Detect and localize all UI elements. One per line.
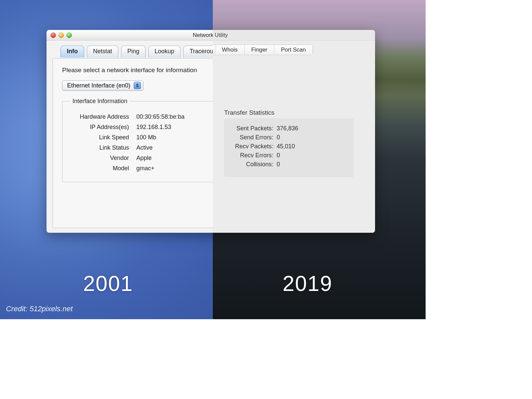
value-sent-packets: 376,836: [277, 125, 298, 132]
value-model: gmac+: [136, 165, 155, 172]
tab-traceroute[interactable]: Traceroute: [213, 45, 215, 55]
tab-whois[interactable]: Whois: [215, 45, 245, 55]
value-link-speed: 100 Mb: [136, 134, 156, 141]
window-title: Network Utility: [47, 32, 213, 39]
tabs-aqua: Info Netstat Ping Lookup Traceroute Whoi…: [61, 46, 213, 58]
label-hardware-address: Hardware Address: [70, 113, 136, 120]
value-hardware-address: 00:30:65:58:be:ba: [136, 113, 185, 120]
label-sent-packets: Sent Packets:: [230, 125, 277, 132]
interface-popup-label: Ethernet Interface (en0): [67, 82, 130, 89]
value-recv-errors: 0: [277, 152, 280, 159]
credit-label: Credit: 512pixels.net: [6, 305, 73, 313]
tab-finger[interactable]: Finger: [245, 45, 274, 55]
label-vendor: Vendor: [70, 155, 136, 162]
transfer-stats-box: Sent Packets:376,836 Send Errors:0 Recv …: [224, 118, 354, 177]
titlebar-aqua[interactable]: Network Utility: [47, 30, 213, 41]
label-model: Model: [70, 165, 136, 172]
label-link-status: Link Status: [70, 144, 136, 151]
info-panel: Please select a network interface for in…: [53, 58, 213, 228]
interface-info-fieldset: Interface Information Hardware Address00…: [62, 98, 213, 182]
value-ip-addresses: 192.168.1.53: [136, 124, 171, 131]
label-recv-errors: Recv Errors:: [230, 152, 277, 159]
transfer-stats-heading: Transfer Statistics: [224, 109, 274, 116]
year-label-right: 2019: [283, 271, 332, 296]
network-utility-window: Network Utility Info Netstat Ping Lookup…: [47, 30, 375, 233]
popup-arrows-icon: [134, 82, 141, 89]
value-vendor: Apple: [136, 155, 152, 162]
value-collisions: 0: [277, 161, 280, 168]
label-ip-addresses: IP Address(es): [70, 124, 136, 131]
tab-ping[interactable]: Ping: [121, 46, 146, 58]
interface-prompt: Please select a network interface for in…: [62, 66, 213, 74]
interface-popup[interactable]: Ethernet Interface (en0): [62, 80, 143, 90]
label-recv-packets: Recv Packets:: [230, 143, 277, 150]
tab-info[interactable]: Info: [61, 46, 84, 58]
value-link-status: Active: [136, 144, 153, 151]
value-recv-packets: 45,010: [277, 143, 295, 150]
tab-traceroute[interactable]: Traceroute: [183, 46, 213, 58]
year-label-left: 2001: [83, 271, 133, 296]
fieldset-legend: Interface Information: [70, 98, 130, 105]
label-collisions: Collisions:: [230, 161, 277, 168]
window-title: Network Utility: [213, 32, 375, 38]
tab-netstat[interactable]: Netstat: [87, 46, 118, 58]
tab-lookup[interactable]: Lookup: [148, 46, 181, 58]
titlebar-flat[interactable]: Network Utility: [213, 30, 375, 41]
label-send-errors: Send Errors:: [230, 134, 277, 141]
tabs-flat: Info Netstat Ping Lookup Traceroute Whoi…: [213, 45, 313, 55]
label-link-speed: Link Speed: [70, 134, 136, 141]
tab-port-scan[interactable]: Port Scan: [274, 45, 313, 55]
value-send-errors: 0: [277, 134, 280, 141]
